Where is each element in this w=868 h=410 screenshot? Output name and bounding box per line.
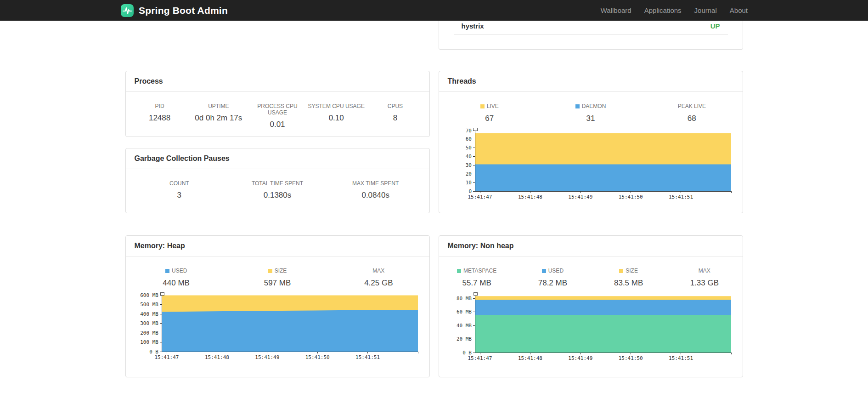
application-status-card: hystrix UP bbox=[439, 21, 743, 50]
svg-text:20: 20 bbox=[465, 171, 471, 177]
nav-item-applications[interactable]: Applications bbox=[644, 6, 682, 14]
svg-text:60: 60 bbox=[465, 136, 471, 142]
metric-gc-total-time: TOTAL TIME SPENT 0.1380s bbox=[228, 180, 327, 200]
svg-text:15:41:48: 15:41:48 bbox=[518, 194, 542, 200]
svg-text:0: 0 bbox=[468, 188, 472, 194]
svg-text:15:41:50: 15:41:50 bbox=[618, 194, 643, 200]
svg-text:30: 30 bbox=[465, 162, 471, 168]
brand[interactable]: Spring Boot Admin bbox=[120, 4, 228, 17]
svg-text:15:41:51: 15:41:51 bbox=[669, 194, 693, 200]
legend-nonheap-used: USED 78.2 MB bbox=[515, 268, 591, 288]
gc-metrics: COUNT 3 TOTAL TIME SPENT 0.1380s MAX TIM… bbox=[126, 169, 429, 200]
svg-text:10: 10 bbox=[465, 180, 471, 186]
live-swatch-icon bbox=[480, 104, 485, 108]
legend-heap-used: USED 440 MB bbox=[126, 268, 227, 288]
garbage-collection-card: Garbage Collection Pauses COUNT 3 TOTAL … bbox=[125, 148, 430, 213]
svg-text:400 MB: 400 MB bbox=[140, 311, 158, 317]
process-card: Process PID 12488 UPTIME 0d 0h 2m 17s PR… bbox=[125, 71, 430, 137]
svg-text:600 MB: 600 MB bbox=[140, 292, 158, 298]
svg-text:40: 40 bbox=[465, 154, 471, 159]
svg-text:15:41:48: 15:41:48 bbox=[204, 354, 229, 360]
left-column: Process PID 12488 UPTIME 0d 0h 2m 17s PR… bbox=[125, 21, 430, 377]
svg-text:15:41:48: 15:41:48 bbox=[518, 355, 542, 361]
svg-text:300 MB: 300 MB bbox=[140, 320, 158, 326]
svg-text:15:41:47: 15:41:47 bbox=[154, 354, 179, 360]
metric-system-cpu-usage: SYSTEM CPU USAGE 0.10 bbox=[307, 103, 366, 129]
legend-threads-peak-live: PEAK LIVE 68 bbox=[641, 103, 742, 123]
svg-text:60 MB: 60 MB bbox=[456, 309, 471, 315]
svg-text:15:41:51: 15:41:51 bbox=[669, 355, 693, 361]
metric-gc-max-time: MAX TIME SPENT 0.0840s bbox=[327, 180, 425, 200]
brand-title: Spring Boot Admin bbox=[139, 5, 228, 16]
metric-process-cpu-usage: PROCESS CPU USAGE 0.01 bbox=[248, 103, 307, 129]
svg-text:40 MB: 40 MB bbox=[456, 323, 471, 329]
metric-pid: PID 12488 bbox=[130, 103, 189, 129]
svg-text:70: 70 bbox=[465, 128, 471, 134]
memory-heap-chart-canvas: 0 B100 MB200 MB300 MB400 MB500 MB600 MB1… bbox=[126, 291, 429, 367]
memory-heap-card-title: Memory: Heap bbox=[126, 236, 429, 256]
memory-nonheap-card-title: Memory: Non heap bbox=[439, 236, 743, 256]
garbage-collection-card-title: Garbage Collection Pauses bbox=[126, 148, 429, 169]
svg-text:0 B: 0 B bbox=[149, 349, 158, 355]
svg-text:15:41:47: 15:41:47 bbox=[468, 355, 492, 361]
nav-item-about[interactable]: About bbox=[730, 6, 748, 14]
svg-text:15:41:49: 15:41:49 bbox=[255, 354, 279, 360]
svg-text:50: 50 bbox=[465, 145, 471, 151]
legend-nonheap-max: MAX 1.33 GB bbox=[666, 268, 742, 288]
nav-links: Wallboard Applications Journal About bbox=[601, 6, 748, 14]
threads-chart-canvas: 01020304050607015:41:4715:41:4815:41:491… bbox=[439, 127, 743, 207]
metric-gc-count: COUNT 3 bbox=[130, 180, 229, 200]
legend-heap-max: MAX 4.25 GB bbox=[328, 268, 429, 288]
right-column: hystrix UP Threads LIVE 67 DAEMON bbox=[439, 21, 743, 377]
brand-logo-icon bbox=[120, 4, 134, 17]
nav-item-wallboard[interactable]: Wallboard bbox=[601, 6, 631, 14]
svg-text:15:41:50: 15:41:50 bbox=[305, 354, 329, 360]
memory-nonheap-legend: METASPACE 55.7 MB USED 78.2 MB SIZE bbox=[439, 268, 743, 288]
nav-item-journal[interactable]: Journal bbox=[694, 6, 717, 14]
threads-card: Threads LIVE 67 DAEMON 31 bbox=[439, 71, 743, 213]
size-swatch-icon bbox=[619, 269, 623, 273]
svg-text:15:41:49: 15:41:49 bbox=[568, 355, 592, 361]
memory-heap-card: Memory: Heap USED 440 MB SIZE 597 MB bbox=[125, 235, 430, 377]
legend-nonheap-metaspace: METASPACE 55.7 MB bbox=[439, 268, 515, 288]
legend-nonheap-size: SIZE 83.5 MB bbox=[591, 268, 666, 288]
application-row[interactable]: hystrix UP bbox=[454, 21, 728, 34]
memory-nonheap-card: Memory: Non heap METASPACE 55.7 MB USED … bbox=[439, 235, 743, 377]
legend-threads-live: LIVE 67 bbox=[439, 103, 540, 123]
memory-nonheap-chart-canvas: 0 B20 MB40 MB60 MB80 MB15:41:4715:41:481… bbox=[439, 291, 743, 368]
svg-text:15:41:47: 15:41:47 bbox=[468, 194, 492, 200]
status-badge: UP bbox=[710, 22, 720, 30]
used-swatch-icon bbox=[542, 269, 546, 273]
navbar: Spring Boot Admin Wallboard Applications… bbox=[0, 0, 868, 21]
svg-text:100 MB: 100 MB bbox=[140, 339, 158, 345]
size-swatch-icon bbox=[268, 269, 272, 273]
process-card-title: Process bbox=[126, 71, 429, 92]
svg-text:15:41:51: 15:41:51 bbox=[355, 354, 380, 360]
svg-text:200 MB: 200 MB bbox=[140, 330, 158, 336]
legend-threads-daemon: DAEMON 31 bbox=[540, 103, 641, 123]
threads-legend: LIVE 67 DAEMON 31 PEAK LIVE 68 bbox=[439, 103, 743, 123]
metaspace-swatch-icon bbox=[457, 269, 461, 273]
svg-text:80 MB: 80 MB bbox=[456, 296, 471, 302]
threads-card-title: Threads bbox=[439, 71, 743, 92]
legend-heap-size: SIZE 597 MB bbox=[227, 268, 328, 288]
svg-text:0 B: 0 B bbox=[462, 350, 472, 356]
main-content: Process PID 12488 UPTIME 0d 0h 2m 17s PR… bbox=[125, 21, 743, 377]
application-name: hystrix bbox=[462, 22, 484, 30]
svg-text:15:41:49: 15:41:49 bbox=[568, 194, 592, 200]
svg-text:500 MB: 500 MB bbox=[140, 302, 158, 308]
svg-text:15:41:50: 15:41:50 bbox=[618, 355, 643, 361]
metric-uptime: UPTIME 0d 0h 2m 17s bbox=[189, 103, 248, 129]
process-metrics: PID 12488 UPTIME 0d 0h 2m 17s PROCESS CP… bbox=[126, 92, 429, 129]
daemon-swatch-icon bbox=[575, 104, 580, 108]
svg-text:20 MB: 20 MB bbox=[456, 336, 471, 342]
metric-cpus: CPUS 8 bbox=[366, 103, 424, 129]
memory-heap-legend: USED 440 MB SIZE 597 MB MAX 4.25 GB bbox=[126, 268, 429, 288]
used-swatch-icon bbox=[165, 269, 169, 273]
